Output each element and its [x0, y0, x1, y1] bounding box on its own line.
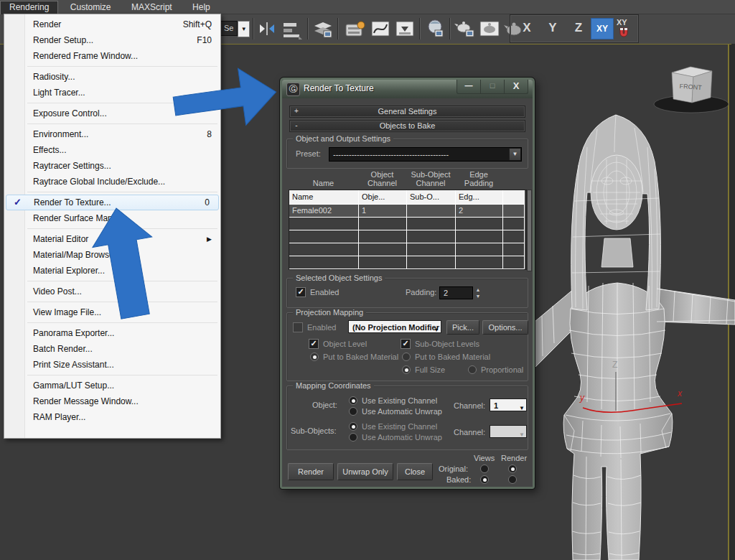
svg-text:y: y — [579, 393, 585, 403]
options-button[interactable]: Options... — [482, 320, 528, 335]
padding-value[interactable]: 2 — [439, 286, 473, 299]
original-render-radio[interactable] — [508, 465, 517, 473]
object-channel-combo[interactable]: 1 ▼ — [490, 398, 527, 411]
menu-item-material-editor[interactable]: Material Editor▶ — [4, 231, 220, 247]
constraint-xy-button[interactable]: XY — [591, 18, 614, 39]
menu-item-panorama-exporter[interactable]: Panorama Exporter... — [4, 325, 220, 341]
submenu-arrow-icon: ▶ — [207, 231, 212, 247]
menu-item-print-size-assistant[interactable]: Print Size Assistant... — [4, 357, 220, 373]
object-use-auto-radio[interactable] — [349, 407, 357, 416]
subobj-use-auto-radio[interactable] — [349, 433, 357, 442]
selection-set-combo[interactable]: Se ▼ — [220, 21, 250, 36]
menu-item-render[interactable]: RenderShift+Q — [4, 17, 220, 32]
menu-separator — [27, 228, 217, 229]
combo-dropdown-icon[interactable]: ▼ — [509, 149, 520, 160]
selection-set-value[interactable]: Se — [220, 21, 238, 36]
menu-item-radiosity[interactable]: Radiosity... — [4, 69, 220, 85]
original-views-radio[interactable] — [480, 465, 489, 473]
enabled-checkbox[interactable]: ✓ — [296, 287, 306, 297]
menubar-rendering[interactable]: Rendering — [0, 1, 58, 14]
spinner-arrows-icon[interactable]: ▲ ▼ — [474, 286, 482, 299]
constraint-y-button[interactable]: Y — [542, 18, 563, 38]
preset-combo[interactable]: ----------------------------------------… — [329, 147, 522, 162]
table-row[interactable] — [289, 230, 526, 243]
menu-separator — [27, 66, 217, 67]
menu-item-rendered-frame-window[interactable]: Rendered Frame Window... — [4, 48, 220, 64]
menu-item-ram-player[interactable]: RAM Player... — [4, 409, 220, 425]
shortcut: 8 — [207, 126, 212, 142]
menu-separator — [27, 281, 217, 281]
sub-object-levels-checkbox[interactable]: ✓ — [401, 339, 411, 349]
toolbox-icon[interactable] — [343, 17, 366, 40]
constraint-z-button[interactable]: Z — [568, 18, 589, 38]
table-scrollbar[interactable] — [527, 190, 532, 271]
menu-item-view-image-file[interactable]: View Image File... — [4, 304, 220, 320]
table-row[interactable] — [289, 218, 526, 230]
rollout-general-settings[interactable]: + General Settings — [289, 106, 525, 118]
object-use-existing-radio[interactable] — [349, 396, 357, 405]
projection-modifier-combo[interactable]: (No Projection Modifier ▼ — [348, 320, 441, 333]
manage-layers-icon[interactable] — [312, 17, 334, 40]
align-icon[interactable] — [280, 17, 303, 40]
rendered-frame-window-icon[interactable] — [478, 17, 501, 40]
object-level-checkbox[interactable]: ✓ — [309, 339, 319, 349]
maximize-button[interactable]: □ — [480, 80, 505, 94]
close-dialog-button[interactable]: Close — [397, 463, 433, 480]
menu-item-raytrace-global[interactable]: Raytrace Global Include/Exclude... — [4, 174, 220, 190]
menu-item-render-message-window[interactable]: Render Message Window... — [4, 393, 220, 409]
menu-item-render-setup[interactable]: Render Setup...F10 — [4, 32, 220, 48]
material-editor-icon[interactable] — [423, 17, 446, 40]
menu-item-render-surface-map[interactable]: Render Surface Map... — [4, 210, 220, 226]
magnet-icon[interactable] — [618, 27, 629, 38]
expand-icon[interactable]: + — [292, 107, 301, 116]
subobj-use-existing-radio[interactable] — [349, 422, 357, 431]
pick-button[interactable]: Pick... — [446, 320, 479, 335]
viewport-3d-model[interactable]: Z y x FRONT — [502, 44, 735, 560]
menu-item-exposure-control[interactable]: Exposure Control... — [4, 106, 220, 121]
proportional-radio[interactable] — [468, 365, 477, 374]
viewcube: FRONT — [654, 67, 729, 113]
menu-item-environment[interactable]: Environment...8 — [4, 126, 220, 142]
combo-dropdown-icon[interactable]: ▼ — [238, 21, 250, 37]
table-row-female002[interactable]: Female002 1 2 — [289, 205, 526, 218]
menu-item-effects[interactable]: Effects... — [4, 142, 220, 158]
axis-constraints-toolbar: X Y Z XY XY — [510, 14, 639, 43]
collapse-icon[interactable]: - — [292, 121, 301, 130]
schematic-view-icon[interactable] — [393, 17, 416, 40]
render-setup-icon[interactable] — [454, 17, 477, 40]
table-row[interactable] — [289, 243, 526, 256]
rollout-objects-to-bake[interactable]: - Objects to Bake — [289, 120, 525, 132]
combo-dropdown-icon: ▼ — [519, 429, 525, 438]
menu-item-raytracer-settings[interactable]: Raytracer Settings... — [4, 158, 220, 174]
menubar-customize[interactable]: Customize — [62, 1, 120, 14]
projection-enabled-checkbox[interactable] — [293, 322, 303, 332]
table-row[interactable] — [289, 256, 526, 269]
menu-item-gamma-lut-setup[interactable]: Gamma/LUT Setup... — [4, 378, 220, 393]
constraint-x-button[interactable]: X — [516, 18, 538, 38]
snaps-xy-label[interactable]: XY — [617, 18, 627, 27]
mirror-icon[interactable] — [256, 17, 278, 40]
menu-item-material-explorer[interactable]: Material Explorer... — [4, 263, 220, 279]
full-size-radio[interactable] — [402, 365, 411, 374]
curve-editor-icon[interactable] — [369, 17, 392, 40]
baked-views-radio[interactable] — [480, 475, 489, 484]
menu-separator — [27, 123, 217, 124]
put-baked-material-left-radio[interactable] — [310, 353, 319, 361]
menu-item-render-to-texture[interactable]: ✓ Render To Texture... 0 — [6, 195, 219, 210]
put-baked-material-right-radio[interactable] — [402, 353, 411, 361]
dialog-client-area: + General Settings - Objects to Bake Obj… — [282, 98, 533, 487]
minimize-button[interactable]: — — [457, 80, 481, 94]
menu-item-video-post[interactable]: Video Post... — [4, 284, 220, 299]
menu-separator — [27, 375, 217, 375]
dialog-titlebar[interactable]: Ⓖ Render To Texture — □ X — [282, 80, 533, 98]
menu-item-material-map-browser[interactable]: Material/Map Browser... — [4, 247, 220, 263]
baked-render-radio[interactable] — [508, 475, 517, 484]
menubar-help[interactable]: Help — [184, 1, 219, 14]
close-button[interactable]: X — [504, 80, 528, 94]
table-header-row[interactable]: Name Obje... Sub-O... Edg... — [289, 190, 526, 205]
unwrap-only-button[interactable]: Unwrap Only — [337, 463, 393, 480]
menu-item-light-tracer[interactable]: Light Tracer... — [4, 85, 220, 101]
menubar-maxscript[interactable]: MAXScript — [123, 1, 181, 14]
menu-item-batch-render[interactable]: Batch Render... — [4, 341, 220, 357]
render-button[interactable]: Render — [288, 463, 334, 480]
